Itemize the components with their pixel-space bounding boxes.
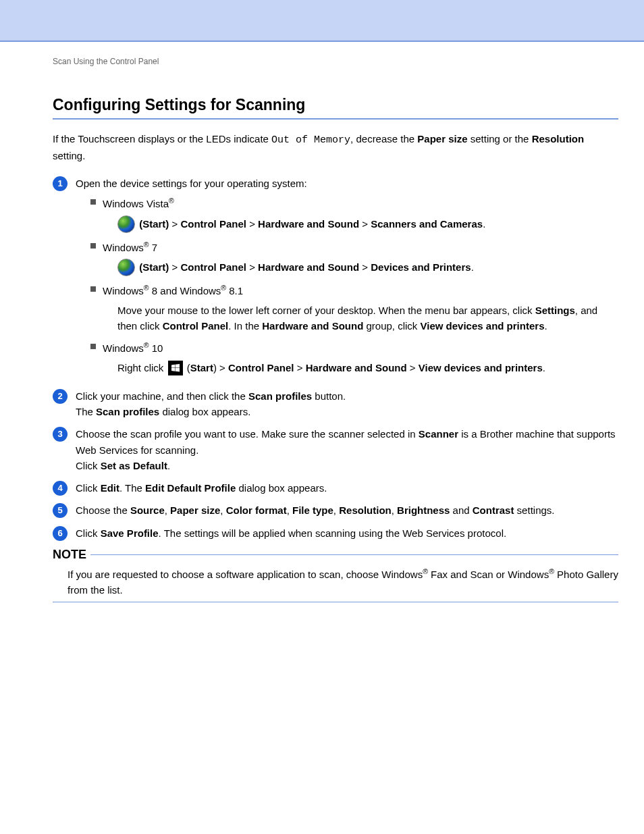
step-2: 2 Click your machine, and then click the… bbox=[53, 388, 618, 420]
text: 8 and Windows bbox=[149, 285, 221, 296]
text: Choose the bbox=[76, 504, 130, 516]
note-label: NOTE bbox=[53, 548, 90, 562]
text: Color format bbox=[226, 504, 287, 516]
reg-mark: ® bbox=[423, 567, 428, 575]
text: . bbox=[483, 218, 485, 230]
step-number-icon: 4 bbox=[53, 481, 68, 496]
text: > bbox=[249, 261, 255, 273]
text: 8.1 bbox=[226, 285, 243, 296]
text: Click bbox=[76, 460, 101, 471]
os-path: (Start) > Control Panel > Hardware and S… bbox=[103, 259, 618, 277]
text: > bbox=[362, 218, 368, 230]
text: , decrease the bbox=[350, 133, 417, 145]
reg-mark: ® bbox=[144, 240, 149, 249]
title-rule bbox=[53, 118, 618, 120]
text: setting or the bbox=[468, 133, 532, 145]
text: Hardware and Sound bbox=[262, 320, 363, 332]
os-win7: Windows® 7 (Start) > Control Panel > Har… bbox=[90, 239, 618, 277]
text: Move your mouse to the lower left corner… bbox=[117, 305, 535, 316]
text: Settings bbox=[535, 305, 575, 316]
square-bullet-icon bbox=[90, 243, 96, 249]
note-rule bbox=[90, 554, 618, 555]
text: Start bbox=[190, 362, 213, 373]
os-label: Windows® 8 and Windows® 8.1 bbox=[103, 282, 618, 298]
text: . bbox=[471, 261, 474, 273]
text: Windows Vista bbox=[103, 198, 169, 209]
text: Hardware and Sound bbox=[306, 362, 407, 373]
os-path: Right click (Start) > Control Panel > Ha… bbox=[103, 360, 618, 376]
os-label: Windows® 10 bbox=[103, 340, 618, 356]
os-label: Windows® 7 bbox=[103, 239, 618, 255]
text: Devices and Printers bbox=[371, 261, 471, 273]
step-4: 4 Click Edit. The Edit Default Profile d… bbox=[53, 480, 618, 496]
text: If you are requested to choose a softwar… bbox=[68, 569, 423, 580]
text: (Start) bbox=[139, 218, 169, 230]
text: , bbox=[165, 504, 170, 516]
text: Source bbox=[130, 504, 165, 516]
intro-paragraph: If the Touchscreen displays or the LEDs … bbox=[53, 132, 618, 163]
square-bullet-icon bbox=[90, 199, 96, 205]
step-5: 5 Choose the Source, Paper size, Color f… bbox=[53, 502, 618, 518]
step-body: Open the device settings for your operat… bbox=[76, 176, 618, 382]
text: Edit Default Profile bbox=[145, 482, 236, 494]
text: , bbox=[333, 504, 339, 516]
text: settings. bbox=[514, 504, 554, 516]
text: Click bbox=[76, 482, 101, 494]
step-number-icon: 3 bbox=[53, 427, 68, 442]
text: Control Panel bbox=[163, 320, 229, 332]
text: . In the bbox=[228, 320, 262, 332]
text: Set as Default bbox=[101, 460, 167, 471]
text: Right click bbox=[117, 362, 167, 373]
step-number-icon: 1 bbox=[53, 176, 68, 191]
text: > bbox=[362, 261, 368, 273]
text: 10 bbox=[149, 342, 163, 354]
text: Contrast bbox=[473, 504, 514, 516]
os-win10: Windows® 10 Right click (Start) > Contro… bbox=[90, 340, 618, 376]
step-1: 1 Open the device settings for your oper… bbox=[53, 176, 618, 382]
text: dialog box appears. bbox=[159, 406, 250, 417]
text: Click bbox=[76, 527, 101, 539]
note-header: NOTE bbox=[53, 548, 618, 562]
text: 7 bbox=[149, 242, 158, 253]
step-body: Choose the scan profile you want to use.… bbox=[76, 426, 618, 473]
text: Scan profiles bbox=[248, 390, 312, 402]
bold-text: Paper size bbox=[417, 133, 467, 145]
text: File type bbox=[292, 504, 333, 516]
os-vista: Windows Vista® (Start) > Control Panel >… bbox=[90, 195, 618, 233]
text: View devices and printers bbox=[421, 320, 545, 332]
text: > bbox=[297, 362, 303, 373]
square-bullet-icon bbox=[90, 344, 96, 349]
os-label: Windows Vista® bbox=[103, 195, 618, 211]
text: . bbox=[543, 362, 545, 373]
text: > bbox=[219, 362, 225, 373]
os-sublist: Windows Vista® (Start) > Control Panel >… bbox=[76, 195, 618, 376]
text: Windows bbox=[103, 242, 144, 253]
os-path: Move your mouse to the lower left corner… bbox=[103, 303, 618, 334]
step-number-icon: 5 bbox=[53, 503, 68, 518]
text: > bbox=[410, 362, 416, 373]
text: ) bbox=[213, 362, 217, 373]
windows-start-icon bbox=[117, 259, 135, 276]
text: Choose the scan profile you want to use.… bbox=[76, 428, 419, 440]
square-bullet-icon bbox=[90, 286, 96, 292]
step-body: Click Save Profile. The settings will be… bbox=[76, 525, 618, 541]
text: > bbox=[172, 218, 178, 230]
note-body: If you are requested to choose a softwar… bbox=[53, 566, 618, 598]
reg-mark: ® bbox=[549, 567, 554, 575]
text: setting. bbox=[53, 150, 85, 161]
text: Save Profile bbox=[101, 527, 159, 539]
text: Edit bbox=[101, 482, 119, 494]
text: group, click bbox=[363, 320, 420, 332]
bold-text: Resolution bbox=[532, 133, 585, 145]
text: Windows bbox=[103, 285, 144, 296]
windows-start-icon bbox=[117, 215, 135, 233]
text: , bbox=[392, 504, 397, 516]
reg-mark: ® bbox=[144, 284, 149, 292]
text: . The bbox=[119, 482, 145, 494]
text: , bbox=[220, 504, 225, 516]
text: Fax and Scan or Windows bbox=[428, 569, 549, 580]
text: Brightness bbox=[397, 504, 450, 516]
step-body: Click Edit. The Edit Default Profile dia… bbox=[76, 480, 618, 496]
text: Paper size bbox=[170, 504, 220, 516]
reg-mark: ® bbox=[144, 341, 149, 349]
